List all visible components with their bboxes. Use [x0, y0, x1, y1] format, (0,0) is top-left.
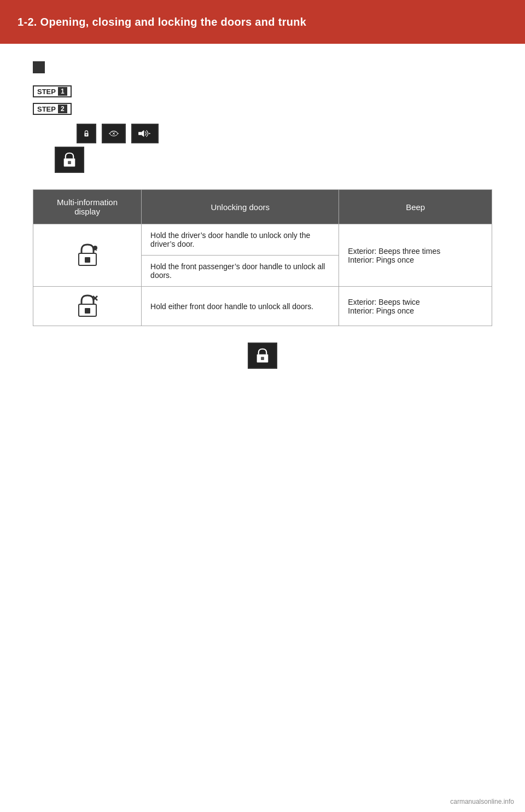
- main-content: STEP 1 STEP 2: [0, 44, 525, 812]
- bottom-lock-icon: [255, 345, 270, 366]
- table-lock-icon-2: [75, 293, 100, 317]
- key-icon-box: [102, 124, 126, 143]
- beep-text-2: Exterior: Beeps twiceInterior: Pings onc…: [348, 298, 420, 315]
- col-header-beep: Beep: [339, 190, 492, 224]
- step2-badge: STEP 2: [33, 103, 72, 115]
- section-marker: [33, 61, 45, 73]
- step1-label: STEP: [37, 88, 56, 96]
- beep-cell-2: Exterior: Beeps twiceInterior: Pings onc…: [339, 287, 492, 326]
- col-header-unlocking: Unlocking doors: [142, 190, 339, 224]
- col-header-display: Multi-informationdisplay: [33, 190, 142, 224]
- speaker-icon-box: [131, 124, 159, 143]
- svg-rect-10: [68, 161, 71, 164]
- icons-row: [77, 124, 492, 143]
- step2-num: 2: [58, 105, 67, 113]
- bottom-lock-icon-box: [248, 343, 277, 369]
- step1-num: 1: [58, 87, 67, 96]
- lock-icon-box: [77, 124, 96, 143]
- display-icon-cell-1: [33, 224, 142, 287]
- key-icon: [108, 125, 119, 142]
- step2-label: STEP: [37, 105, 56, 113]
- bottom-icon-area: [33, 343, 492, 369]
- table-row: Hold the driver’s door handle to unlock …: [33, 224, 492, 256]
- table-row-2: Hold either front door handle to unlock …: [33, 287, 492, 326]
- speaker-icon: [138, 125, 152, 142]
- unlocking-cell-1a: Hold the driver’s door handle to unlock …: [142, 224, 339, 256]
- info-table: Multi-informationdisplay Unlocking doors…: [33, 189, 492, 326]
- svg-rect-12: [85, 257, 90, 263]
- display-icon-cell-2: [33, 287, 142, 326]
- large-lock-icon: [62, 149, 77, 170]
- svg-rect-19: [261, 357, 264, 360]
- svg-marker-8: [149, 133, 150, 134]
- svg-rect-15: [85, 308, 90, 314]
- header-bar: 1-2. Opening, closing and locking the do…: [0, 0, 525, 44]
- header-title: 1-2. Opening, closing and locking the do…: [18, 16, 306, 28]
- watermark: carmanualsonline.info: [450, 798, 514, 805]
- lock-icon: [83, 125, 90, 142]
- large-lock-icon-box: [55, 147, 84, 173]
- beep-cell-1: Exterior: Beeps three timesInterior: Pin…: [339, 224, 492, 287]
- svg-rect-1: [86, 134, 88, 136]
- unlocking-cell-2: Hold either front door handle to unlock …: [142, 287, 339, 326]
- svg-rect-7: [138, 132, 142, 135]
- table-lock-icon-1: [75, 242, 100, 266]
- step1-block: STEP 1: [33, 85, 492, 101]
- step1-badge: STEP 1: [33, 85, 72, 97]
- beep-text-1: Exterior: Beeps three timesInterior: Pin…: [348, 247, 440, 264]
- unlocking-cell-1b: Hold the front passenger’s door handle t…: [142, 256, 339, 287]
- step2-block: STEP 2: [33, 103, 492, 118]
